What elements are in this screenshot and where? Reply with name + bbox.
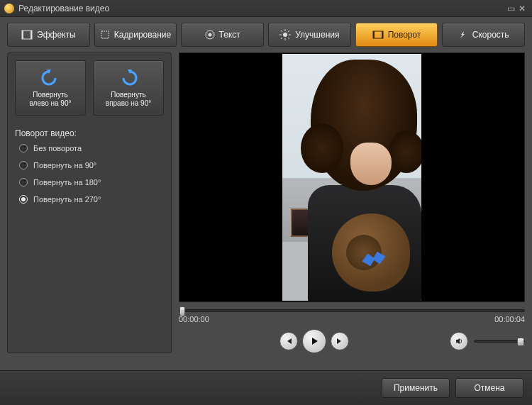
tab-speed[interactable]: Скорость [442, 23, 525, 47]
apply-button[interactable]: Применить [382, 378, 450, 398]
tab-label: Кадрирование [114, 30, 171, 40]
svg-rect-17 [382, 31, 383, 38]
rotate-right-line1: Повернуть [106, 91, 151, 99]
brightness-icon [279, 29, 291, 40]
apply-label: Применить [394, 383, 438, 393]
svg-rect-15 [373, 31, 383, 38]
video-preview [179, 52, 525, 302]
svg-rect-16 [373, 31, 375, 38]
next-frame-button[interactable] [331, 332, 349, 350]
minimize-button[interactable]: ▭ [505, 4, 516, 13]
speed-icon [458, 30, 468, 40]
video-frame-image [282, 54, 421, 301]
seek-thumb[interactable] [179, 306, 185, 316]
svg-rect-0 [22, 30, 32, 39]
svg-point-6 [283, 33, 287, 37]
play-icon [309, 336, 319, 346]
radio-rotate-270[interactable]: Повернуть на 270° [19, 195, 164, 204]
tab-effects[interactable]: Эффекты [7, 23, 90, 47]
tab-crop[interactable]: Кадрирование [94, 23, 177, 47]
radio-dot-icon [19, 144, 28, 152]
skip-back-icon [284, 337, 293, 345]
radio-dot-icon [19, 195, 28, 204]
time-total: 00:00:04 [494, 315, 525, 323]
film-icon [21, 30, 33, 40]
play-button[interactable] [302, 329, 326, 353]
radio-dot-icon [19, 161, 28, 170]
radio-label: Без поворота [33, 144, 82, 152]
radio-label: Повернуть на 90° [33, 161, 96, 170]
titlebar: Редактирование видео ▭ ✕ [0, 0, 532, 17]
rotate-left-button[interactable]: Повернуть влево на 90° [15, 60, 86, 116]
rotate-left-line2: влево на 90° [29, 99, 71, 108]
close-button[interactable]: ✕ [516, 4, 528, 13]
radio-no-rotation[interactable]: Без поворота [19, 144, 164, 152]
rotation-radio-group: Без поворота Повернуть на 90° Повернуть … [15, 144, 164, 204]
svg-rect-2 [31, 30, 32, 39]
cancel-button[interactable]: Отмена [455, 378, 523, 398]
svg-line-11 [281, 30, 282, 32]
svg-rect-1 [22, 30, 23, 39]
text-icon [205, 30, 215, 40]
tab-rotate[interactable]: Поворот [355, 23, 438, 47]
mute-button[interactable] [450, 332, 468, 350]
svg-point-5 [208, 33, 211, 37]
rotate-right-line2: вправо на 90° [106, 99, 151, 108]
window-title: Редактирование видео [18, 4, 505, 13]
svg-line-13 [288, 30, 289, 32]
tab-label: Эффекты [37, 30, 76, 40]
rotate-side-panel: Повернуть влево на 90° Повернуть вправо … [7, 52, 172, 353]
volume-thumb[interactable] [517, 338, 524, 346]
svg-line-12 [288, 38, 289, 39]
footer: Применить Отмена [0, 370, 532, 405]
tab-label: Скорость [472, 30, 509, 40]
radio-dot-icon [19, 178, 28, 187]
tab-label: Улучшения [295, 30, 339, 40]
rotate-right-button[interactable]: Повернуть вправо на 90° [93, 60, 164, 116]
svg-line-14 [281, 38, 282, 39]
rotation-section-label: Поворот видео: [15, 128, 164, 138]
tab-label: Поворот [388, 30, 421, 40]
radio-rotate-180[interactable]: Повернуть на 180° [19, 178, 164, 187]
speaker-icon [455, 337, 463, 345]
rotate-left-line1: Повернуть [29, 91, 71, 99]
tab-bar: Эффекты Кадрирование Текст Улучшения Пов… [0, 17, 532, 52]
volume-slider[interactable] [474, 340, 525, 343]
svg-rect-3 [101, 31, 109, 38]
radio-label: Повернуть на 180° [33, 178, 101, 187]
rotate-icon [372, 30, 384, 40]
radio-label: Повернуть на 270° [33, 195, 101, 204]
rotate-right-icon [118, 68, 139, 87]
tab-text[interactable]: Текст [181, 23, 264, 47]
prev-frame-button[interactable] [279, 332, 298, 350]
app-icon [4, 4, 14, 13]
skip-forward-icon [336, 337, 344, 345]
tab-enhance[interactable]: Улучшения [268, 23, 351, 47]
tab-label: Текст [219, 30, 240, 40]
radio-rotate-90[interactable]: Повернуть на 90° [19, 161, 164, 170]
cancel-label: Отмена [474, 383, 504, 393]
crop-icon [100, 30, 110, 40]
preview-pane: 00:00:00 00:00:04 [179, 52, 525, 353]
rotate-left-icon [40, 68, 61, 87]
seek-bar[interactable] [179, 309, 525, 312]
